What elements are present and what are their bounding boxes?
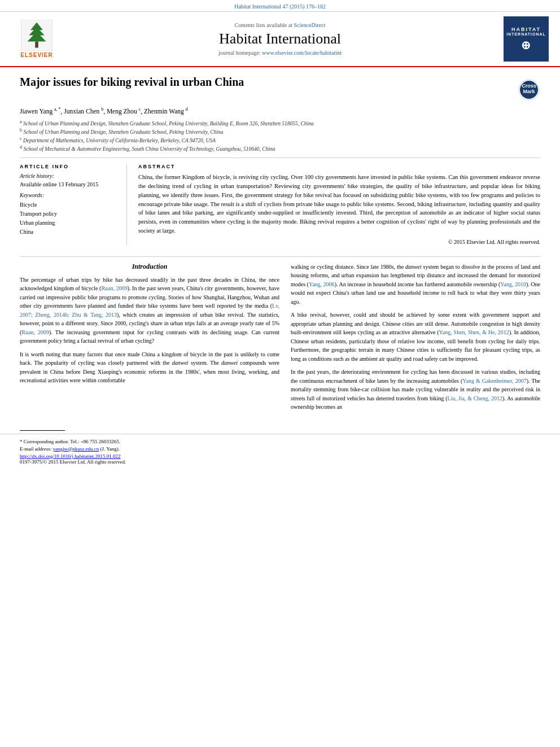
svg-text:Mark: Mark xyxy=(523,89,535,94)
abstract-text: China, the former Kingdom of bicycle, is… xyxy=(138,173,540,235)
journal-homepage-link[interactable]: www.elsevier.com/locate/habitatint xyxy=(262,50,342,56)
ref-lv-2007[interactable]: Lv, 2007; Zheng, 2014b; Zhu & Tang, 2013 xyxy=(20,303,279,318)
elsevier-logo: ELSEVIER xyxy=(11,20,62,58)
article-title: Major issues for biking revival in urban… xyxy=(20,76,512,89)
article-info-abstract-section: ARTICLE INFO Article history: Available … xyxy=(20,164,540,244)
ref-yang-gak[interactable]: Yang & Gakenheimer, 2007 xyxy=(462,378,527,384)
journal-name: Habitat International xyxy=(62,30,498,47)
journal-homepage-line: journal homepage: www.elsevier.com/locat… xyxy=(62,50,498,56)
affiliation-c: c Department of Mathematics, University … xyxy=(20,136,540,143)
issn-line: 0197-3975/© 2015 Elsevier Ltd. All right… xyxy=(20,459,540,465)
right-para-3: In the past years, the deteriorating env… xyxy=(291,368,540,412)
article-title-section: Major issues for biking revival in urban… xyxy=(20,76,540,101)
ref-yang-2006[interactable]: Yang, 2006 xyxy=(309,281,335,287)
available-online: Available online 13 February 2015 xyxy=(20,181,118,187)
journal-header: ELSEVIER Contents lists available at Sci… xyxy=(0,12,560,67)
habitat-logo-box: HABITAT INTERNATIONAL ⊕ xyxy=(498,16,549,62)
journal-title-block: Contents lists available at ScienceDirec… xyxy=(62,22,498,56)
main-content: Introduction The percentage of urban tri… xyxy=(0,257,560,427)
article-history-label: Article history: xyxy=(20,173,118,179)
keyword-china: China xyxy=(20,228,118,237)
article-info-col: ARTICLE INFO Article history: Available … xyxy=(20,164,127,244)
journal-citation: Habitat International 47 (2015) 176–182 xyxy=(0,0,560,12)
ref-liu-jia[interactable]: Liu, Jia, & Cheng, 2012 xyxy=(448,395,502,401)
svg-rect-1 xyxy=(35,42,38,48)
ref-yang-shen[interactable]: Yang, Shen, Shen, & He, 2012 xyxy=(439,329,509,335)
email-note: E-mail address: yangjw@pkusz.edu.cn (J. … xyxy=(20,446,540,452)
header-divider xyxy=(20,158,540,158)
affiliation-a: a School of Urban Planning and Design, S… xyxy=(20,119,540,126)
doi-line: http://dx.doi.org/10.1016/j.habitatint.2… xyxy=(20,453,540,459)
doi-link[interactable]: http://dx.doi.org/10.1016/j.habitatint.2… xyxy=(20,453,121,459)
science-direct-link[interactable]: ScienceDirect xyxy=(294,22,325,28)
page-footer: * Corresponding author. Tel.: +86 755 26… xyxy=(0,434,560,470)
right-para-2: A bike revival, however, could and shoul… xyxy=(291,311,540,363)
globe-icon: ⊕ xyxy=(521,38,531,52)
habitat-badge: HABITAT INTERNATIONAL ⊕ xyxy=(504,16,549,62)
right-column: walking or cycling distance. Since late … xyxy=(291,263,540,416)
intro-para-2: It is worth noting that many factors tha… xyxy=(20,350,279,385)
elsevier-tree-icon xyxy=(20,20,54,51)
keyword-transport: Transport policy xyxy=(20,209,118,219)
ref-ruan-2009[interactable]: Ruan, 2009 xyxy=(101,285,127,291)
corresponding-author-note: * Corresponding author. Tel.: +86 755 26… xyxy=(20,439,540,444)
svg-text:Cross: Cross xyxy=(522,83,536,89)
abstract-col: ABSTRACT China, the former Kingdom of bi… xyxy=(138,164,540,244)
left-column: Introduction The percentage of urban tri… xyxy=(20,263,279,416)
contents-line: Contents lists available at ScienceDirec… xyxy=(62,22,498,28)
keywords-label: Keywords: xyxy=(20,192,118,198)
copyright-line: © 2015 Elsevier Ltd. All rights reserved… xyxy=(138,239,540,245)
ref-ruan-2009b[interactable]: Ruan, 2009 xyxy=(21,329,49,335)
elsevier-text: ELSEVIER xyxy=(20,52,53,58)
keyword-bicycle: Bicycle xyxy=(20,200,118,209)
authors-line: Jiawen Yang a, *, Junxian Chen b, Meng Z… xyxy=(20,107,540,115)
introduction-title: Introduction xyxy=(20,263,279,271)
article-info-header: ARTICLE INFO xyxy=(20,164,118,169)
intro-para-1: The percentage of urban trips by bike ha… xyxy=(20,276,279,346)
crossmark-badge: Cross Mark xyxy=(518,78,540,101)
abstract-header: ABSTRACT xyxy=(138,164,540,169)
affiliation-d: d School of Mechanical & Automotive Engi… xyxy=(20,145,540,152)
ref-yang-2010[interactable]: Yang, 2010 xyxy=(500,281,526,287)
email-link[interactable]: yangjw@pkusz.edu.cn xyxy=(53,446,99,452)
article-body: Major issues for biking revival in urban… xyxy=(0,67,560,256)
keyword-urban-planning: Urban planning xyxy=(20,219,118,228)
affiliations-block: a School of Urban Planning and Design, S… xyxy=(20,119,540,152)
right-para-1: walking or cycling distance. Since late … xyxy=(291,263,540,307)
footnote-divider xyxy=(20,430,65,431)
affiliation-b: b School of Urban Planning and Design, S… xyxy=(20,128,540,135)
